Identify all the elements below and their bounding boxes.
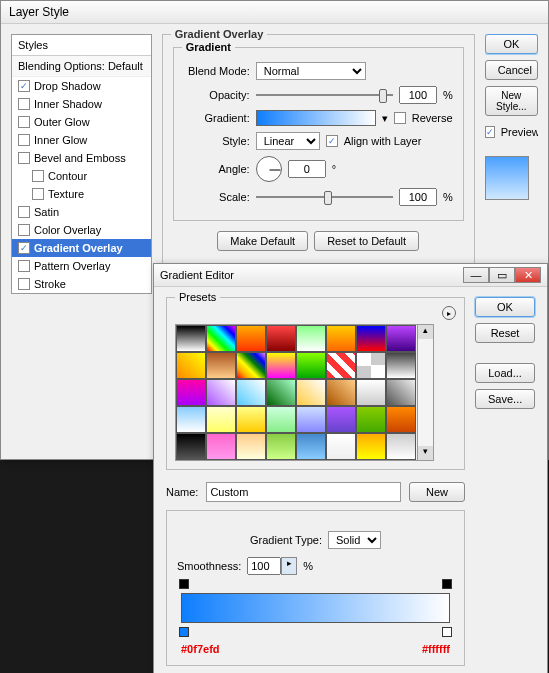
style-item-texture[interactable]: Texture: [12, 185, 151, 203]
preset-swatch[interactable]: [206, 325, 236, 352]
preset-swatch[interactable]: [386, 433, 416, 460]
gradient-dropdown-icon[interactable]: ▾: [382, 112, 388, 125]
style-item-bevel-and-emboss[interactable]: Bevel and Emboss: [12, 149, 151, 167]
opacity-input[interactable]: [399, 86, 437, 104]
preset-swatch[interactable]: [266, 406, 296, 433]
scale-input[interactable]: [399, 188, 437, 206]
maximize-icon[interactable]: ▭: [489, 267, 515, 283]
presets-menu-icon[interactable]: ▸: [442, 306, 456, 320]
style-checkbox[interactable]: [18, 116, 30, 128]
preset-swatch[interactable]: [296, 325, 326, 352]
preset-swatch[interactable]: [356, 379, 386, 406]
preset-swatch[interactable]: [296, 379, 326, 406]
preset-swatch[interactable]: [206, 379, 236, 406]
style-checkbox[interactable]: ✓: [18, 242, 30, 254]
style-item-color-overlay[interactable]: Color Overlay: [12, 221, 151, 239]
style-checkbox[interactable]: [18, 134, 30, 146]
preset-swatch[interactable]: [206, 433, 236, 460]
style-item-outer-glow[interactable]: Outer Glow: [12, 113, 151, 131]
preset-swatch[interactable]: [356, 352, 386, 379]
style-item-drop-shadow[interactable]: ✓Drop Shadow: [12, 77, 151, 95]
preset-swatch[interactable]: [236, 325, 266, 352]
close-icon[interactable]: ✕: [515, 267, 541, 283]
new-gradient-button[interactable]: New: [409, 482, 465, 502]
style-item-contour[interactable]: Contour: [12, 167, 151, 185]
style-checkbox[interactable]: [32, 170, 44, 182]
blending-options-header[interactable]: Blending Options: Default: [12, 56, 151, 77]
preset-swatch[interactable]: [266, 325, 296, 352]
new-style-button[interactable]: New Style...: [485, 86, 538, 116]
styles-header[interactable]: Styles: [12, 35, 151, 56]
preset-swatch[interactable]: [386, 379, 416, 406]
preset-swatch[interactable]: [356, 325, 386, 352]
style-checkbox[interactable]: [18, 260, 30, 272]
preset-swatch[interactable]: [266, 433, 296, 460]
opacity-stop-right[interactable]: [442, 579, 452, 589]
preset-swatch[interactable]: [236, 433, 266, 460]
preset-swatch[interactable]: [356, 406, 386, 433]
scale-slider[interactable]: [256, 189, 393, 205]
preset-swatch[interactable]: [386, 325, 416, 352]
style-checkbox[interactable]: [18, 278, 30, 290]
style-item-inner-shadow[interactable]: Inner Shadow: [12, 95, 151, 113]
ge-load-button[interactable]: Load...: [475, 363, 535, 383]
preset-swatch[interactable]: [326, 325, 356, 352]
style-checkbox[interactable]: [18, 206, 30, 218]
name-input[interactable]: [206, 482, 401, 502]
ge-reset-button[interactable]: Reset: [475, 323, 535, 343]
preset-swatch[interactable]: [386, 352, 416, 379]
preset-swatch[interactable]: [176, 325, 206, 352]
preset-swatch[interactable]: [296, 352, 326, 379]
scroll-up-icon[interactable]: ▴: [418, 325, 433, 339]
preset-swatch[interactable]: [326, 379, 356, 406]
preset-swatch[interactable]: [236, 379, 266, 406]
angle-input[interactable]: [288, 160, 326, 178]
preset-swatch[interactable]: [206, 406, 236, 433]
preset-swatch[interactable]: [356, 433, 386, 460]
preset-swatch[interactable]: [326, 406, 356, 433]
preset-swatch[interactable]: [326, 352, 356, 379]
ok-button[interactable]: OK: [485, 34, 538, 54]
style-item-inner-glow[interactable]: Inner Glow: [12, 131, 151, 149]
style-item-gradient-overlay[interactable]: ✓Gradient Overlay: [12, 239, 151, 257]
preset-swatch[interactable]: [386, 406, 416, 433]
opacity-slider[interactable]: [256, 87, 393, 103]
style-checkbox[interactable]: [18, 224, 30, 236]
reverse-checkbox[interactable]: [394, 112, 406, 124]
smoothness-input[interactable]: [247, 557, 281, 575]
style-checkbox[interactable]: ✓: [18, 80, 30, 92]
preset-swatch[interactable]: [176, 379, 206, 406]
style-checkbox[interactable]: [32, 188, 44, 200]
preset-swatch[interactable]: [296, 433, 326, 460]
gradient-bar[interactable]: [181, 593, 450, 623]
make-default-button[interactable]: Make Default: [217, 231, 308, 251]
preset-swatch[interactable]: [176, 433, 206, 460]
gradient-picker[interactable]: [256, 110, 376, 126]
align-checkbox[interactable]: ✓: [326, 135, 338, 147]
color-stop-right[interactable]: [442, 627, 452, 637]
reset-default-button[interactable]: Reset to Default: [314, 231, 419, 251]
preview-checkbox[interactable]: ✓: [485, 126, 495, 138]
angle-dial[interactable]: [256, 156, 282, 182]
smoothness-stepper[interactable]: ▸: [281, 557, 297, 575]
preset-scrollbar[interactable]: ▴ ▾: [418, 324, 434, 461]
minimize-icon[interactable]: —: [463, 267, 489, 283]
preset-swatch[interactable]: [296, 406, 326, 433]
color-stop-left[interactable]: [179, 627, 189, 637]
style-item-pattern-overlay[interactable]: Pattern Overlay: [12, 257, 151, 275]
preset-swatch[interactable]: [206, 352, 236, 379]
preset-swatch[interactable]: [176, 406, 206, 433]
blend-mode-select[interactable]: Normal: [256, 62, 366, 80]
preset-swatch[interactable]: [266, 352, 296, 379]
style-select[interactable]: Linear: [256, 132, 320, 150]
style-checkbox[interactable]: [18, 152, 30, 164]
ge-ok-button[interactable]: OK: [475, 297, 535, 317]
style-item-stroke[interactable]: Stroke: [12, 275, 151, 293]
preset-swatch[interactable]: [176, 352, 206, 379]
style-checkbox[interactable]: [18, 98, 30, 110]
preset-swatch[interactable]: [266, 379, 296, 406]
scroll-down-icon[interactable]: ▾: [418, 446, 433, 460]
layer-style-titlebar[interactable]: Layer Style: [1, 1, 548, 24]
preset-swatch[interactable]: [236, 352, 266, 379]
gradient-type-select[interactable]: Solid: [328, 531, 381, 549]
